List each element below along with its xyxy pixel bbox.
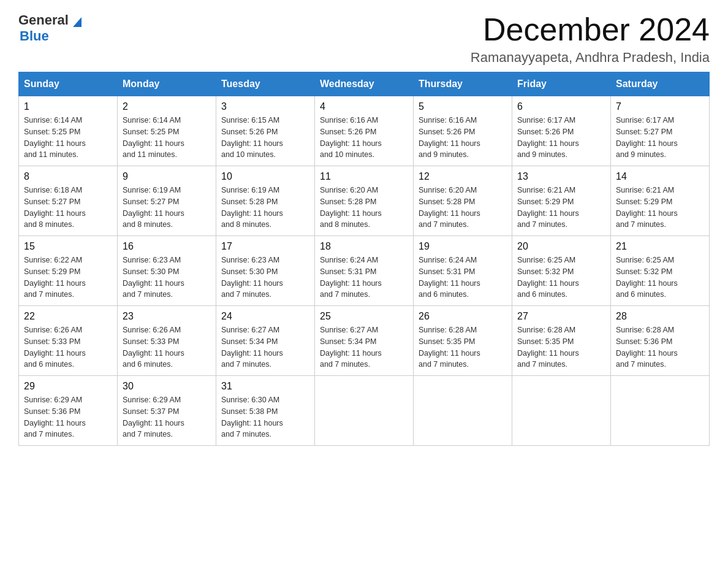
header-cell-thursday: Thursday: [414, 72, 512, 96]
day-cell: 20Sunrise: 6:25 AMSunset: 5:32 PMDayligh…: [512, 236, 611, 306]
day-info: Sunrise: 6:20 AMSunset: 5:28 PMDaylight:…: [419, 185, 507, 231]
day-cell: 2Sunrise: 6:14 AMSunset: 5:25 PMDaylight…: [118, 96, 216, 166]
day-cell: 5Sunrise: 6:16 AMSunset: 5:26 PMDaylight…: [414, 96, 512, 166]
day-info: Sunrise: 6:24 AMSunset: 5:31 PMDaylight:…: [320, 255, 408, 301]
day-cell: 25Sunrise: 6:27 AMSunset: 5:34 PMDayligh…: [315, 306, 414, 376]
day-info: Sunrise: 6:17 AMSunset: 5:27 PMDaylight:…: [616, 115, 704, 161]
day-number: 29: [24, 381, 112, 392]
week-row-5: 29Sunrise: 6:29 AMSunset: 5:36 PMDayligh…: [19, 376, 710, 446]
day-number: 24: [221, 311, 309, 322]
header-cell-sunday: Sunday: [19, 72, 118, 96]
day-number: 30: [123, 381, 211, 392]
day-number: 6: [517, 101, 605, 112]
day-info: Sunrise: 6:25 AMSunset: 5:32 PMDaylight:…: [517, 255, 605, 301]
day-number: 5: [419, 101, 507, 112]
day-info: Sunrise: 6:17 AMSunset: 5:26 PMDaylight:…: [517, 115, 605, 161]
day-number: 4: [320, 101, 408, 112]
day-number: 3: [221, 101, 309, 112]
day-info: Sunrise: 6:14 AMSunset: 5:25 PMDaylight:…: [24, 115, 112, 161]
day-number: 27: [517, 311, 605, 322]
day-number: 15: [24, 241, 112, 252]
day-number: 21: [616, 241, 704, 252]
logo-triangle-icon: [70, 15, 84, 28]
day-info: Sunrise: 6:19 AMSunset: 5:27 PMDaylight:…: [123, 185, 211, 231]
day-info: Sunrise: 6:28 AMSunset: 5:36 PMDaylight:…: [616, 324, 704, 370]
day-cell: 1Sunrise: 6:14 AMSunset: 5:25 PMDaylight…: [19, 96, 118, 166]
week-row-3: 15Sunrise: 6:22 AMSunset: 5:29 PMDayligh…: [19, 236, 710, 306]
day-info: Sunrise: 6:21 AMSunset: 5:29 PMDaylight:…: [616, 185, 704, 231]
day-number: 12: [419, 171, 507, 182]
day-cell: [611, 376, 710, 446]
day-info: Sunrise: 6:29 AMSunset: 5:37 PMDaylight:…: [123, 394, 211, 440]
day-number: 13: [517, 171, 605, 182]
day-cell: 26Sunrise: 6:28 AMSunset: 5:35 PMDayligh…: [414, 306, 512, 376]
day-info: Sunrise: 6:25 AMSunset: 5:32 PMDaylight:…: [616, 255, 704, 301]
day-number: 2: [123, 101, 211, 112]
header-cell-monday: Monday: [118, 72, 216, 96]
day-cell: 31Sunrise: 6:30 AMSunset: 5:38 PMDayligh…: [216, 376, 315, 446]
day-cell: 30Sunrise: 6:29 AMSunset: 5:37 PMDayligh…: [118, 376, 216, 446]
logo-blue-text: Blue: [20, 28, 49, 44]
day-cell: [315, 376, 414, 446]
day-number: 22: [24, 311, 112, 322]
day-cell: 21Sunrise: 6:25 AMSunset: 5:32 PMDayligh…: [611, 236, 710, 306]
day-info: Sunrise: 6:19 AMSunset: 5:28 PMDaylight:…: [221, 185, 309, 231]
page-header: General Blue December 2024 Ramanayyapeta…: [18, 12, 710, 66]
location-text: Ramanayyapeta, Andhra Pradesh, India: [471, 50, 710, 66]
day-info: Sunrise: 6:16 AMSunset: 5:26 PMDaylight:…: [320, 115, 408, 161]
day-number: 7: [616, 101, 704, 112]
day-cell: 4Sunrise: 6:16 AMSunset: 5:26 PMDaylight…: [315, 96, 414, 166]
day-info: Sunrise: 6:22 AMSunset: 5:29 PMDaylight:…: [24, 255, 112, 301]
day-number: 31: [221, 381, 309, 392]
day-number: 9: [123, 171, 211, 182]
calendar-body: 1Sunrise: 6:14 AMSunset: 5:25 PMDaylight…: [19, 96, 710, 446]
day-cell: [414, 376, 512, 446]
day-cell: 29Sunrise: 6:29 AMSunset: 5:36 PMDayligh…: [19, 376, 118, 446]
calendar-table: SundayMondayTuesdayWednesdayThursdayFrid…: [18, 72, 710, 446]
day-cell: 13Sunrise: 6:21 AMSunset: 5:29 PMDayligh…: [512, 166, 611, 236]
month-title: December 2024: [471, 12, 710, 47]
header-cell-friday: Friday: [512, 72, 611, 96]
day-cell: 19Sunrise: 6:24 AMSunset: 5:31 PMDayligh…: [414, 236, 512, 306]
day-number: 10: [221, 171, 309, 182]
day-cell: 14Sunrise: 6:21 AMSunset: 5:29 PMDayligh…: [611, 166, 710, 236]
day-info: Sunrise: 6:29 AMSunset: 5:36 PMDaylight:…: [24, 394, 112, 440]
day-info: Sunrise: 6:27 AMSunset: 5:34 PMDaylight:…: [320, 324, 408, 370]
day-cell: 23Sunrise: 6:26 AMSunset: 5:33 PMDayligh…: [118, 306, 216, 376]
day-cell: 12Sunrise: 6:20 AMSunset: 5:28 PMDayligh…: [414, 166, 512, 236]
day-cell: 18Sunrise: 6:24 AMSunset: 5:31 PMDayligh…: [315, 236, 414, 306]
title-section: December 2024 Ramanayyapeta, Andhra Prad…: [471, 12, 710, 66]
day-info: Sunrise: 6:21 AMSunset: 5:29 PMDaylight:…: [517, 185, 605, 231]
day-info: Sunrise: 6:20 AMSunset: 5:28 PMDaylight:…: [320, 185, 408, 231]
day-cell: 28Sunrise: 6:28 AMSunset: 5:36 PMDayligh…: [611, 306, 710, 376]
day-info: Sunrise: 6:18 AMSunset: 5:27 PMDaylight:…: [24, 185, 112, 231]
header-cell-wednesday: Wednesday: [315, 72, 414, 96]
day-info: Sunrise: 6:14 AMSunset: 5:25 PMDaylight:…: [123, 115, 211, 161]
day-info: Sunrise: 6:16 AMSunset: 5:26 PMDaylight:…: [419, 115, 507, 161]
day-cell: 7Sunrise: 6:17 AMSunset: 5:27 PMDaylight…: [611, 96, 710, 166]
day-cell: 8Sunrise: 6:18 AMSunset: 5:27 PMDaylight…: [19, 166, 118, 236]
day-info: Sunrise: 6:26 AMSunset: 5:33 PMDaylight:…: [24, 324, 112, 370]
day-cell: 16Sunrise: 6:23 AMSunset: 5:30 PMDayligh…: [118, 236, 216, 306]
day-cell: 27Sunrise: 6:28 AMSunset: 5:35 PMDayligh…: [512, 306, 611, 376]
logo-general-text: General: [18, 12, 69, 28]
day-info: Sunrise: 6:23 AMSunset: 5:30 PMDaylight:…: [123, 255, 211, 301]
day-number: 8: [24, 171, 112, 182]
day-info: Sunrise: 6:27 AMSunset: 5:34 PMDaylight:…: [221, 324, 309, 370]
week-row-2: 8Sunrise: 6:18 AMSunset: 5:27 PMDaylight…: [19, 166, 710, 236]
day-cell: [512, 376, 611, 446]
day-number: 1: [24, 101, 112, 112]
day-info: Sunrise: 6:28 AMSunset: 5:35 PMDaylight:…: [419, 324, 507, 370]
day-number: 14: [616, 171, 704, 182]
day-info: Sunrise: 6:26 AMSunset: 5:33 PMDaylight:…: [123, 324, 211, 370]
day-cell: 17Sunrise: 6:23 AMSunset: 5:30 PMDayligh…: [216, 236, 315, 306]
day-info: Sunrise: 6:28 AMSunset: 5:35 PMDaylight:…: [517, 324, 605, 370]
day-cell: 22Sunrise: 6:26 AMSunset: 5:33 PMDayligh…: [19, 306, 118, 376]
svg-marker-0: [73, 17, 82, 27]
day-number: 26: [419, 311, 507, 322]
day-cell: 15Sunrise: 6:22 AMSunset: 5:29 PMDayligh…: [19, 236, 118, 306]
day-number: 23: [123, 311, 211, 322]
day-number: 28: [616, 311, 704, 322]
day-number: 11: [320, 171, 408, 182]
day-info: Sunrise: 6:15 AMSunset: 5:26 PMDaylight:…: [221, 115, 309, 161]
